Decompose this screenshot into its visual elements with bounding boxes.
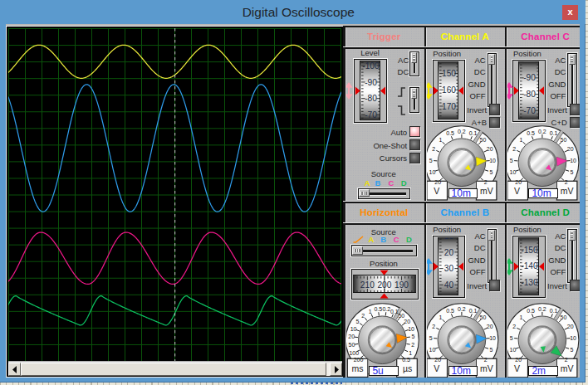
- scale-knob-right-unit: mV: [561, 363, 574, 373]
- horizontal-position-gauge[interactable]: 210200190: [351, 269, 419, 300]
- knob-tick: [407, 344, 410, 344]
- position-gauge[interactable]: 150160170: [433, 60, 466, 122]
- knob-scale-gap: [475, 309, 482, 319]
- trigger-edge-slider[interactable]: [409, 87, 419, 113]
- trigger-coupling-slider[interactable]: [409, 51, 419, 77]
- panel-body-channel-c: Position-90-80-70-60ACDCGNDOFFInvertC+D2…: [505, 26, 581, 202]
- scrollbar-thumb[interactable]: [21, 363, 326, 376]
- position-gauge-tape: 10203040: [438, 237, 458, 295]
- knob-scale-gap: [555, 309, 561, 319]
- invert-button[interactable]: [489, 280, 500, 290]
- trigger-level-gauge-adjust-arrow-icon[interactable]: [344, 82, 354, 100]
- knob-body[interactable]: [359, 315, 407, 363]
- scale-knob-value-display[interactable]: 10m: [528, 188, 557, 198]
- trigger-mode-cursors-button[interactable]: [409, 153, 420, 163]
- knob-scale-label: 2: [484, 178, 488, 184]
- ab-button[interactable]: [489, 117, 500, 128]
- trigger-mode-cursors-label: Cursors: [380, 154, 407, 163]
- panel-trigger: TriggerLevel-100-90-80-70ACDCAutoOne-Sho…: [343, 26, 424, 202]
- coupling-slider[interactable]: [488, 229, 497, 283]
- scrollbar-right-arrow-button[interactable]: [330, 363, 342, 376]
- knob-scale-label: 0.1: [469, 308, 478, 314]
- ramp-line: [354, 236, 364, 242]
- knob-scale-label: 20: [349, 334, 355, 339]
- knob-tick: [551, 314, 553, 317]
- knob-tick: [355, 344, 358, 344]
- invert-button[interactable]: [489, 104, 500, 115]
- coupling-slider[interactable]: [567, 229, 577, 283]
- horizontal-source-slider-handle[interactable]: [352, 246, 363, 255]
- trigger-source-slider[interactable]: [358, 188, 410, 199]
- knob-pointer[interactable]: [556, 157, 567, 166]
- knob-tick: [452, 314, 453, 317]
- knob-scale-label: 20: [567, 146, 574, 152]
- knob-pointer[interactable]: [397, 334, 409, 343]
- knob-scale-label: 10: [429, 346, 436, 352]
- coupling-slider-handle[interactable]: [569, 54, 576, 65]
- scrollbar-left-arrow-button[interactable]: [8, 363, 21, 376]
- scale-knob-value-display[interactable]: 10m: [448, 188, 478, 198]
- knob-pointer[interactable]: [551, 345, 562, 356]
- knob-body[interactable]: [438, 315, 486, 363]
- gauge-value-label: -80: [523, 90, 536, 99]
- coupling-slider-handle[interactable]: [488, 230, 495, 241]
- horizontal-source-slider[interactable]: [351, 245, 417, 256]
- trigger-source-slider-handle[interactable]: [359, 189, 370, 197]
- knob-tick: [379, 312, 380, 315]
- knob-tick: [517, 328, 520, 329]
- position-gauge[interactable]: -90-80-70-60: [512, 60, 546, 122]
- knob-body[interactable]: [438, 138, 486, 186]
- coupling-slider-handle[interactable]: [488, 54, 495, 65]
- trigger-edge-slider-handle[interactable]: [411, 88, 418, 99]
- position-gauge[interactable]: 10203040: [433, 236, 466, 298]
- gauge-value-label: 170: [442, 102, 456, 111]
- gauge-value-label: -130: [522, 278, 539, 287]
- gauge-value-label: -70: [523, 106, 536, 115]
- knob-scale-label: 50: [480, 314, 487, 319]
- titlebar[interactable]: Digital Oscilloscope x: [0, 0, 586, 24]
- coupling-slider[interactable]: [567, 53, 577, 107]
- coupling-option-off: OFF: [470, 266, 486, 275]
- knob-scale-label: 10: [570, 157, 576, 163]
- timebase-knob-value-display[interactable]: 5u: [369, 366, 398, 376]
- knob-scale-label: 1: [439, 314, 442, 319]
- knob-scale-label: 50: [480, 136, 487, 142]
- knob-tick: [386, 312, 387, 315]
- knob-body[interactable]: [518, 138, 566, 186]
- knob-body[interactable]: [518, 315, 566, 363]
- trigger-source-slider-handle-ridges: [360, 192, 367, 195]
- trigger-mode-oneshot-button[interactable]: [409, 139, 420, 150]
- invert-button[interactable]: [570, 280, 581, 290]
- knob-pointer[interactable]: [476, 157, 487, 166]
- knob-scale-label: 2: [362, 312, 365, 318]
- close-button[interactable]: x: [562, 5, 578, 20]
- cd-button[interactable]: [570, 117, 581, 128]
- desktop-background: Digital Oscilloscope x: [0, 0, 588, 385]
- gauge-value-label: 150: [442, 69, 456, 78]
- knob-scale-gap: [395, 308, 402, 319]
- gauge-center-marker-right: [458, 86, 463, 95]
- coupling-option-off: OFF: [550, 90, 566, 100]
- coupling-slider-handle[interactable]: [569, 230, 576, 241]
- knob-pointer[interactable]: [476, 334, 487, 344]
- scale-knob-value-display[interactable]: 2m: [528, 366, 557, 376]
- scale-knob-value-display[interactable]: 10m: [448, 366, 478, 376]
- position-gauge[interactable]: -150-140-130: [512, 236, 546, 298]
- knob-tick: [484, 150, 488, 152]
- trigger-coupling-slider-handle[interactable]: [411, 52, 418, 63]
- knob-scale-label: 0.2: [458, 128, 466, 134]
- source-letter-b: B: [380, 235, 386, 244]
- knob-tick: [471, 136, 473, 139]
- trigger-level-gauge[interactable]: -100-90-80-70: [354, 59, 387, 123]
- knob-scale-label: 20: [515, 178, 522, 184]
- panel-divider-horizontal: [343, 202, 580, 203]
- horizontal-scrollbar[interactable]: [8, 363, 342, 376]
- knob-scale-gap-edge: [476, 132, 483, 143]
- knob-tick: [398, 318, 400, 320]
- knob-scale-label: 50: [560, 136, 566, 142]
- knob-scale-label: 10: [429, 168, 436, 174]
- trigger-mode-auto-button[interactable]: [409, 126, 420, 137]
- panel-body-channel-d: Position-150-140-130ACDCGNDOFFInvert2010…: [505, 202, 581, 378]
- invert-button[interactable]: [570, 104, 581, 115]
- coupling-slider[interactable]: [488, 53, 497, 107]
